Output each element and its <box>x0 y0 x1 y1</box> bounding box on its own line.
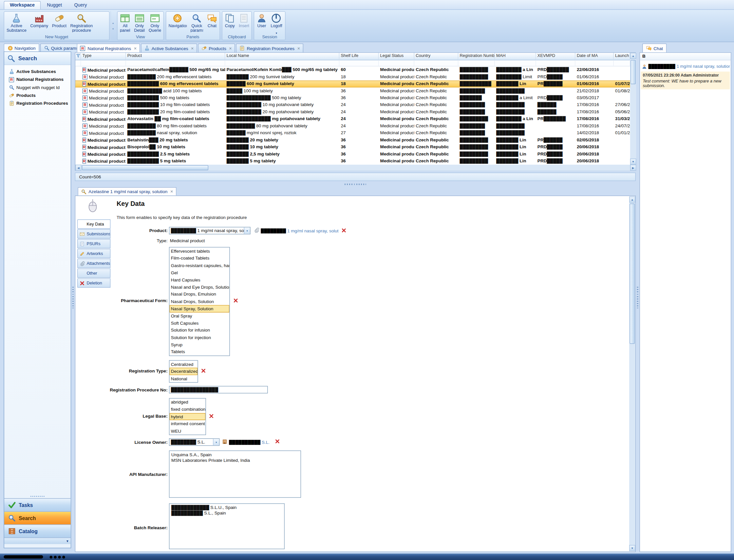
outlook-bar-handle[interactable] <box>4 495 71 498</box>
logoff-button[interactable]: Logoff▾ <box>268 12 284 34</box>
chevron-down-icon[interactable]: ▼ <box>244 227 250 234</box>
grid-row[interactable]: RMedicinal productAtorvastatin ██ mg fil… <box>75 116 630 122</box>
grid-row[interactable]: RMedicinal product██████████ 600 mg effe… <box>75 81 630 87</box>
column-header[interactable]: Shelf Life <box>339 53 379 61</box>
listbox-option[interactable]: Soft Capsules <box>169 319 229 327</box>
grid-row[interactable]: RMedicinal product██████████ 500 mg tabl… <box>75 95 630 101</box>
listbox-option[interactable]: WEU <box>169 427 205 435</box>
listbox-option[interactable]: abridged <box>169 399 205 406</box>
user-button[interactable]: User <box>255 12 269 34</box>
column-header[interactable]: Launch Date <box>614 53 630 61</box>
company-button[interactable]: Company <box>28 12 50 34</box>
batch-releaser-textarea[interactable]: ████████████ S.L.U., Spain ██████████ S.… <box>169 503 284 549</box>
right-splitter[interactable] <box>636 43 639 552</box>
column-header[interactable]: Type <box>81 53 126 61</box>
clear-registration-type-button[interactable] <box>201 368 206 373</box>
close-tab-icon[interactable]: × <box>297 45 300 51</box>
grid-row[interactable]: RMedicinal product█████████ nasal spray,… <box>75 130 630 136</box>
scroll-right-button[interactable]: ▶ <box>630 165 636 171</box>
license-owner-link[interactable]: ██████████ S.L. <box>229 440 273 445</box>
scroll-down-button[interactable]: ▼ <box>629 545 635 551</box>
license-owner-combo[interactable]: ████████ S.L.▼ <box>169 438 219 446</box>
listbox-option[interactable]: informed consent <box>169 420 205 427</box>
product-link[interactable]: ████████ 1 mg/ml nasal spray, solution <box>261 228 338 233</box>
grid-row[interactable]: RMedicinal product██████████ 10 mg film-… <box>75 101 630 108</box>
tab-navigation[interactable]: Navigation <box>4 44 39 52</box>
listbox-option[interactable]: Gel <box>169 269 229 276</box>
scroll-up-button[interactable]: ▲ <box>629 196 635 203</box>
product-button[interactable]: Product <box>50 12 68 34</box>
filter-icon[interactable] <box>76 53 81 58</box>
registration-procedure-button[interactable]: Registrationprocedure <box>68 12 95 34</box>
filter-cell[interactable] <box>614 60 630 66</box>
tree-item[interactable]: Active Substances <box>4 67 71 75</box>
quick-params-button[interactable]: Quickparams <box>189 12 205 34</box>
grid-row[interactable]: RMedicinal product██████████ 5 mg tablet… <box>75 158 630 165</box>
grid-row[interactable]: RMedicinal product█████████ 200 mg effer… <box>75 73 630 80</box>
all-panels-button[interactable]: Allpanels <box>118 12 132 34</box>
listbox-option[interactable]: Syrup <box>169 341 229 348</box>
listbox-option[interactable]: Nasal Drops, Solution <box>169 298 229 305</box>
scroll-thumb[interactable] <box>630 204 635 344</box>
chevron-down-icon[interactable]: ▼ <box>213 439 219 445</box>
ribbon-tab-workspace[interactable]: Workspace <box>4 1 41 9</box>
remove-license-owner-button[interactable] <box>275 439 280 444</box>
tab-chat[interactable]: Chat <box>642 44 667 52</box>
scroll-left-button[interactable]: ◀ <box>75 165 82 171</box>
navigation-button[interactable]: Navigation <box>167 12 189 34</box>
ribbon-tab-nugget[interactable]: Nugget <box>41 1 68 9</box>
detail-tab-artworks[interactable]: Artworks <box>77 249 110 258</box>
filter-cell[interactable] <box>126 60 225 66</box>
close-tab-icon[interactable]: × <box>134 45 137 51</box>
copy-button[interactable]: Copy <box>223 12 237 34</box>
only-queries-button[interactable]: OnlyQueries <box>147 12 163 34</box>
outlook-bar-options[interactable]: ▾ <box>4 537 71 544</box>
column-header[interactable]: Legal Status <box>379 53 414 61</box>
filter-cell[interactable] <box>414 60 458 66</box>
listbox-option[interactable]: fixed combination <box>169 406 205 413</box>
column-header[interactable]: Local Name <box>225 53 339 61</box>
horizontal-splitter[interactable] <box>75 182 636 187</box>
workspace-tab[interactable]: RNational Registrations× <box>77 44 140 52</box>
grid-row[interactable]: RMedicinal productParacetamol/caffein███… <box>75 66 630 73</box>
registration-procedure-no-input[interactable]: ███████████████ <box>169 386 268 393</box>
column-header[interactable]: Product <box>126 53 225 61</box>
filter-cell[interactable] <box>576 60 614 66</box>
clear-pharmaceutical-form-button[interactable] <box>233 298 238 303</box>
chat-column-header[interactable]: B <box>640 53 731 61</box>
only-details-button[interactable]: OnlyDetails <box>132 12 147 34</box>
listbox-option[interactable]: Nasal Drops, Emulsion <box>169 291 229 298</box>
remove-product-button[interactable] <box>341 228 346 233</box>
workspace-tab[interactable]: Products× <box>198 44 235 52</box>
outlook-button-search[interactable]: Search <box>4 511 71 524</box>
product-combo[interactable]: ████████ 1 mg/ml nasal spray, solution▼ <box>169 227 250 234</box>
chat-button[interactable]: Chat <box>205 12 219 34</box>
listbox-option[interactable]: Tablets <box>169 348 229 355</box>
column-header[interactable]: XEVMPD <box>536 53 576 61</box>
listbox-option[interactable]: Effervescent tablets <box>169 247 229 255</box>
column-header[interactable]: Registration Number <box>458 53 495 61</box>
listbox-option[interactable]: Centralized <box>169 361 197 368</box>
grid-row[interactable]: RMedicinal product█████████ 80 mg film-c… <box>75 122 630 129</box>
grid-row[interactable]: RMedicinal product███████████ acid 100 m… <box>75 87 630 94</box>
chat-item-link[interactable]: 1 mg/ml nasal spray, solution Regis <box>677 64 730 69</box>
detail-tab-attachments[interactable]: Attachments <box>77 259 110 268</box>
grid-row[interactable]: RMedicinal productBetahistin███ 20 mg ta… <box>75 136 630 143</box>
detail-tab[interactable]: Azelastine 1 mg/ml nasal spray, solution… <box>78 187 176 196</box>
column-header[interactable]: Date of MA <box>576 53 614 61</box>
filter-cell[interactable] <box>458 60 495 66</box>
listbox-option[interactable]: Decentralized <box>169 368 197 375</box>
column-header[interactable]: Country <box>414 53 458 61</box>
grid-row[interactable]: RMedicinal product██████████ 20 mg film-… <box>75 109 630 116</box>
close-tab-icon[interactable]: × <box>191 45 193 51</box>
scroll-up-button[interactable]: ▲ <box>630 53 636 59</box>
workspace-tab[interactable]: Active Substances× <box>141 44 197 52</box>
scroll-down-button[interactable]: ▼ <box>630 159 636 165</box>
listbox-option[interactable]: Nasal and Eye Drops, Solution <box>169 283 229 291</box>
filter-cell[interactable] <box>81 60 126 66</box>
filter-cell[interactable] <box>536 60 576 66</box>
tree-item[interactable]: RNational Registrations <box>4 75 71 83</box>
filter-cell[interactable] <box>75 60 81 66</box>
tree-item[interactable]: Products <box>4 91 71 99</box>
active-substance-button[interactable]: ActiveSubstance <box>5 12 28 34</box>
